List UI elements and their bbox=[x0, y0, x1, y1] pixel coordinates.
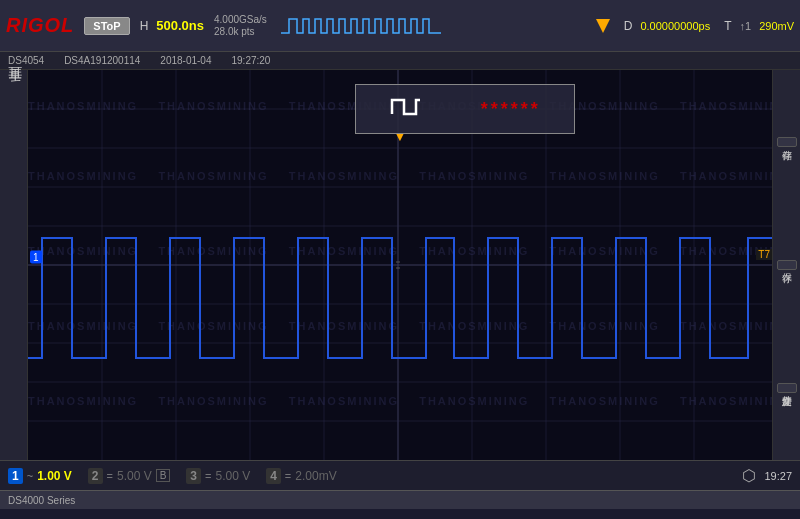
measure-wave-icon bbox=[390, 92, 422, 126]
t-label: T bbox=[724, 19, 731, 33]
sample-info: 4.000GSa/s 28.0k pts bbox=[214, 14, 267, 38]
measurement-stars: ****** bbox=[481, 99, 541, 120]
ch3-voltage: 5.00 V bbox=[215, 469, 250, 483]
meta-bar: DS4054 DS4A191200114 2018-01-04 19:27:20 bbox=[0, 52, 800, 70]
ch1-coupling: ~ bbox=[27, 470, 33, 482]
d-label: D bbox=[624, 19, 633, 33]
trigger-pos-icon bbox=[596, 19, 610, 33]
vertical-label: 垂直 bbox=[5, 90, 23, 94]
ch4-number: 4 bbox=[266, 468, 281, 484]
trigger-wave-area bbox=[281, 11, 590, 41]
ch2-voltage: 5.00 V bbox=[117, 469, 152, 483]
channel-2-item[interactable]: 2 = 5.00 V B bbox=[88, 468, 171, 484]
stop-button[interactable]: SToP bbox=[84, 17, 129, 35]
d-value: 0.00000000ps bbox=[640, 20, 710, 32]
new-file-button[interactable]: 新建文件 bbox=[777, 383, 797, 393]
save-button[interactable]: 保存 bbox=[777, 260, 797, 270]
ch3-coupling: = bbox=[205, 470, 211, 482]
bottom-channel-bar: 1 ~ 1.00 V 2 = 5.00 V B 3 = 5.00 V 4 = 2… bbox=[0, 460, 800, 490]
ch1-number: 1 bbox=[8, 468, 23, 484]
ch3-number: 3 bbox=[186, 468, 201, 484]
channel-4-item[interactable]: 4 = 2.00mV bbox=[266, 468, 336, 484]
store-button[interactable]: 存储 bbox=[777, 137, 797, 147]
timestamp-display: 19:27:20 bbox=[231, 55, 270, 66]
t-value: 290mV bbox=[759, 20, 794, 32]
ch2-number: 2 bbox=[88, 468, 103, 484]
t7-marker: T7 bbox=[756, 249, 772, 260]
channel-3-item[interactable]: 3 = 5.00 V bbox=[186, 468, 250, 484]
model-bar: DS4000 Series bbox=[0, 490, 800, 509]
time-display: 19:27 bbox=[764, 470, 792, 482]
ch4-voltage: 2.00mV bbox=[295, 469, 336, 483]
device-id: DS4054 bbox=[8, 55, 44, 66]
h-label: H bbox=[140, 19, 149, 33]
model-label: DS4000 Series bbox=[8, 495, 75, 506]
ch4-coupling: = bbox=[285, 470, 291, 482]
t-slope-icon: ↑1 bbox=[740, 20, 752, 32]
usb-icon: ⬡ bbox=[742, 466, 756, 485]
measurement-box: ****** bbox=[355, 84, 575, 134]
svg-marker-0 bbox=[596, 19, 610, 33]
trigger-pattern-svg bbox=[281, 11, 441, 41]
channel-1-item[interactable]: 1 ~ 1.00 V bbox=[8, 468, 72, 484]
rigol-logo: RIGOL bbox=[6, 14, 74, 37]
right-sidebar: 存储 保存 新建文件 bbox=[772, 70, 800, 460]
ch2-unit-box: B bbox=[156, 469, 171, 482]
ch1-voltage: 1.00 V bbox=[37, 469, 72, 483]
main-area: 垂直 bbox=[0, 70, 800, 460]
top-bar: RIGOL SToP H 500.0ns 4.000GSa/s 28.0k pt… bbox=[0, 0, 800, 52]
scope-screen: THANOSMINING THANOSMINING THANOSMINING T… bbox=[28, 70, 772, 460]
date-display: 2018-01-04 bbox=[160, 55, 211, 66]
serial-number: DS4A191200114 bbox=[64, 55, 140, 66]
ch2-coupling: = bbox=[107, 470, 113, 482]
timebase-value: 500.0ns bbox=[156, 18, 204, 33]
left-sidebar: 垂直 bbox=[0, 70, 28, 460]
ch1-marker: 1 bbox=[30, 251, 42, 264]
